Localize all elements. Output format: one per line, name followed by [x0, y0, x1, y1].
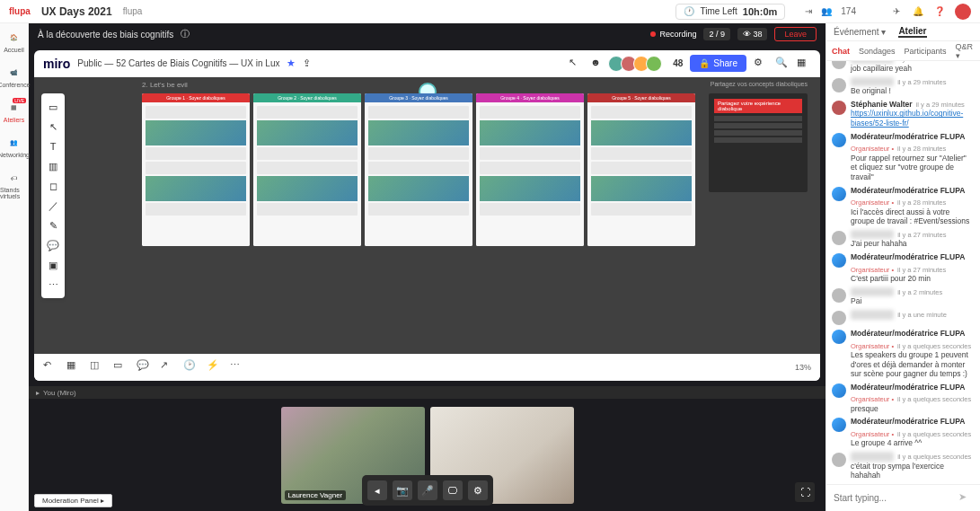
collaborator-count: 48 — [673, 58, 683, 68]
miro-topbar: miro Public — 52 Cartes de Biais Cogniti… — [34, 50, 820, 77]
summary-panel[interactable]: Partagez votre expérience diabolique — [709, 93, 808, 192]
reaction-icon[interactable]: ☻ — [590, 57, 605, 71]
leave-button[interactable]: Leave — [774, 27, 817, 41]
cursor-icon[interactable]: ↖ — [569, 57, 583, 71]
info-icon[interactable]: ⓘ — [181, 28, 190, 40]
chat-name: Modérateur/modératrice FLUPA — [851, 383, 965, 392]
settings-button[interactable]: ⚙ — [468, 480, 488, 500]
more-bottom-icon[interactable]: ⋯ — [230, 359, 246, 375]
more-tool-icon[interactable]: ⋯ — [41, 275, 65, 295]
attendees-icon[interactable]: 👥 — [821, 6, 832, 16]
chat-avatar — [832, 311, 846, 325]
board-header: Groupe 1 · Soyez diaboliques — [142, 93, 250, 102]
tab-primary[interactable]: Événement ▾ — [834, 27, 886, 37]
frame-tool-icon[interactable]: ▣ — [41, 255, 65, 275]
history-icon[interactable]: 🕑 — [183, 359, 199, 375]
star-icon[interactable]: ★ — [287, 57, 296, 69]
miro-logo: miro — [43, 57, 70, 71]
screenshare-button[interactable]: 🖵 — [443, 480, 463, 500]
chat-avatar — [832, 187, 846, 201]
line-tool-icon[interactable]: ／ — [41, 196, 65, 216]
nav-grid[interactable]: ▦AteliersLIVE — [4, 101, 24, 123]
chat-time: il y a quelques secondes — [897, 395, 971, 403]
miro-board-title[interactable]: Public — 52 Cartes de Biais Cognitifs — … — [77, 58, 279, 68]
chat-message: ████████il y a 29 minutesBe original ! — [832, 77, 975, 96]
tab-secondary[interactable]: Sondages — [859, 47, 896, 56]
export-icon[interactable]: ↗ — [160, 359, 176, 375]
chat-message: ████████il y a une minute — [832, 310, 975, 325]
tab-primary[interactable]: Atelier — [898, 26, 926, 38]
board-frame[interactable]: Groupe 5 · Soyez diaboliques — [587, 93, 695, 246]
present-icon[interactable]: ▭ — [113, 359, 129, 375]
nav-home[interactable]: 🏠Accueil — [4, 31, 24, 53]
chat-text: Ici l'accès direct aussi à votre groupe … — [851, 207, 975, 226]
canvas-hint: 2. Let's be evil — [142, 81, 188, 89]
collapse-button[interactable]: ◂ — [367, 480, 387, 500]
collaborator-avatars[interactable] — [612, 56, 662, 72]
nav-booth[interactable]: 🏷Stands virtuels — [0, 171, 28, 199]
nav-users[interactable]: 👥Networking — [0, 136, 30, 158]
share-button[interactable]: 🔒 Share — [690, 55, 746, 72]
chat-name: ████████ — [851, 287, 894, 297]
upload-icon[interactable]: ⇪ — [303, 57, 311, 69]
chat-message: Stéphanie Walteril y a 29 minuteshttps:/… — [832, 100, 975, 128]
send-icon[interactable]: ✈ — [890, 5, 903, 18]
shape-tool-icon[interactable]: ◻ — [41, 176, 65, 196]
enter-exit-icon[interactable]: ⇥ — [805, 6, 812, 16]
chat-text: c'était trop sympa l'exercice hahahah — [851, 462, 975, 480]
grid-icon[interactable]: ▦ — [797, 57, 811, 71]
miro-canvas[interactable]: 2. Let's be evil Partagez vos concepts d… — [34, 77, 820, 354]
tab-secondary[interactable]: Participants — [905, 47, 947, 56]
miro-embed: miro Public — 52 Cartes de Biais Cogniti… — [34, 50, 820, 381]
chat-message: Modérateur/modératrice FLUPAOrganisateur… — [832, 186, 975, 226]
text-tool-icon[interactable]: T — [41, 137, 65, 156]
pen-tool-icon[interactable]: ✎ — [41, 216, 65, 235]
mic-button[interactable]: 🎤 — [418, 480, 437, 500]
session-title: À la découverte des biais cognitifs — [38, 30, 173, 40]
board-frame[interactable]: Groupe 1 · Soyez diaboliques — [142, 93, 250, 246]
moderation-panel-toggle[interactable]: Moderation Panel ▸ — [34, 494, 112, 507]
tab-secondary[interactable]: Chat — [832, 47, 850, 56]
right-tabs-primary: Événement ▾Atelier — [826, 23, 980, 41]
chat-org-badge: Organisateur • — [851, 430, 894, 438]
chat-avatar — [832, 383, 846, 398]
chat-time: il y a une minute — [897, 311, 947, 319]
settings-icon[interactable]: ⚙ — [754, 57, 768, 71]
chat-avatar — [832, 253, 846, 268]
bell-icon[interactable]: 🔔 — [912, 5, 924, 18]
board-frame[interactable]: Groupe 4 · Soyez diaboliques — [476, 93, 584, 246]
profile-avatar[interactable] — [955, 4, 971, 20]
tab-secondary[interactable]: Q&R ▾ — [956, 42, 975, 60]
chat-name: ████████ — [851, 61, 894, 64]
expand-button[interactable]: ⛶ — [795, 482, 815, 502]
board-header: Groupe 5 · Soyez diaboliques — [587, 93, 695, 102]
chat-time: il y a quelques secondes — [897, 453, 971, 461]
select-tool-icon[interactable]: ▭ — [41, 97, 65, 117]
zoom-level[interactable]: 13% — [795, 363, 811, 372]
nav-video[interactable]: 📹Conférence — [0, 66, 31, 88]
pointer-tool-icon[interactable]: ↖ — [41, 117, 65, 137]
map-icon[interactable]: ▦ — [66, 359, 83, 375]
send-button[interactable]: ➤ — [958, 491, 973, 506]
sticky-tool-icon[interactable]: ▥ — [41, 156, 65, 176]
board-frame[interactable]: Groupe 2 · Soyez diaboliques — [253, 93, 361, 246]
chat-avatar — [832, 288, 846, 303]
comment-tool-icon[interactable]: 💬 — [41, 235, 65, 255]
frame-nav-icon[interactable]: ◫ — [90, 359, 106, 375]
attendees-count: 174 — [841, 6, 856, 16]
miro-bottom-toolbar: ↶ ▦ ◫ ▭ 💬 ↗ 🕑 ⚡ ⋯ 13% — [34, 354, 820, 381]
miro-toolbar: ▭ ↖ T ▥ ◻ ／ ✎ 💬 ▣ ⋯ — [41, 93, 65, 298]
comment-nav-icon[interactable]: 💬 — [137, 359, 153, 375]
board-frame[interactable]: Groupe 3 · Soyez diaboliques — [365, 93, 472, 246]
chat-input[interactable] — [834, 493, 953, 503]
chat-avatar — [832, 78, 846, 93]
chat-name: ████████ — [851, 452, 894, 462]
activity-icon[interactable]: ⚡ — [207, 359, 223, 375]
help-icon[interactable]: ❓ — [933, 5, 946, 18]
search-icon[interactable]: 🔍 — [775, 57, 790, 71]
undo-icon[interactable]: ↶ — [43, 359, 59, 375]
chat-scroll[interactable]: ████████il y a 29 minutesBravooooo Laure… — [826, 61, 980, 484]
chat-link[interactable]: https://uxinlux.github.io/cognitive-bias… — [851, 109, 963, 128]
camera-button[interactable]: 📷 — [393, 480, 412, 500]
chat-name: ████████ — [851, 77, 894, 87]
